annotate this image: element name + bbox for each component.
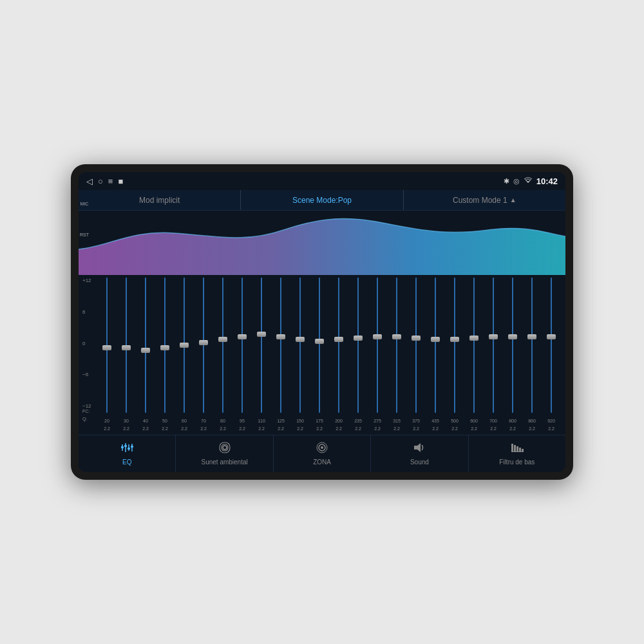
slider-track-315[interactable] (396, 278, 397, 413)
mode-custom[interactable]: Custom Mode 1 ▲ (404, 190, 565, 210)
slider-track-125[interactable] (280, 278, 281, 413)
clock: 10:42 (536, 176, 558, 186)
nav-square-button[interactable]: ■ (118, 176, 123, 186)
slider-thumb-110[interactable] (257, 332, 266, 337)
svg-marker-12 (414, 443, 421, 452)
slider-thumb-375[interactable] (412, 336, 421, 341)
slider-thumb-60[interactable] (180, 343, 189, 348)
q-label-150: 2.2 (291, 426, 309, 431)
q-label-800: 2.2 (504, 426, 522, 431)
slider-track-235[interactable] (357, 278, 359, 413)
slider-track-30[interactable] (126, 278, 127, 413)
slider-track-920[interactable] (551, 278, 552, 413)
slider-track-600[interactable] (473, 278, 475, 413)
svg-rect-14 (514, 445, 516, 451)
slider-thumb-150[interactable] (296, 337, 305, 342)
slider-col-800 (504, 278, 522, 415)
q-label-435: 2.2 (426, 426, 444, 431)
freq-label-175: 175 (310, 419, 328, 423)
q-label-315: 2.2 (388, 426, 406, 431)
q-label-20: 2.2 (98, 426, 116, 431)
q-label-175: 2.2 (310, 426, 328, 431)
slider-thumb-50[interactable] (160, 345, 169, 350)
slider-thumb-200[interactable] (334, 337, 343, 342)
slider-track-700[interactable] (493, 278, 494, 413)
slider-track-275[interactable] (377, 278, 378, 413)
nav-menu-button[interactable]: ≡ (108, 176, 113, 186)
slider-thumb-30[interactable] (122, 345, 131, 350)
slider-track-175[interactable] (319, 278, 320, 413)
freq-label-920: 920 (542, 419, 560, 423)
slider-track-95[interactable] (242, 278, 243, 413)
slider-thumb-95[interactable] (238, 334, 247, 339)
slider-col-500 (446, 278, 464, 415)
mic-label: MIC (80, 196, 89, 211)
nav-circle-button[interactable]: ○ (98, 176, 103, 186)
tab-bass[interactable]: Filtru de bas (469, 435, 565, 472)
q-label-80: 2.2 (214, 426, 232, 431)
slider-thumb-275[interactable] (373, 334, 382, 339)
nav-back-button[interactable]: ◁ (86, 176, 93, 186)
slider-track-110[interactable] (261, 278, 262, 413)
slider-track-50[interactable] (164, 278, 166, 413)
slider-track-435[interactable] (435, 278, 436, 413)
q-label-95: 2.2 (233, 426, 251, 431)
q-label-375: 2.2 (407, 426, 425, 431)
slider-thumb-125[interactable] (276, 334, 285, 339)
tab-sound[interactable]: Sound (371, 435, 468, 472)
slider-track-20[interactable] (106, 278, 108, 413)
slider-thumb-500[interactable] (450, 337, 459, 342)
bass-icon (510, 442, 524, 457)
mode-implicit[interactable]: Mod implicit (79, 190, 241, 210)
slider-track-500[interactable] (454, 278, 455, 413)
svg-rect-17 (522, 449, 524, 451)
slider-col-200 (330, 278, 348, 415)
slider-col-125 (272, 278, 290, 415)
q-label-110: 2.2 (252, 426, 270, 431)
slider-track-60[interactable] (184, 278, 185, 413)
slider-thumb-40[interactable] (141, 348, 150, 353)
freq-label-275: 275 (368, 419, 386, 423)
eq-label: EQ (122, 459, 131, 466)
q-label-200: 2.2 (330, 426, 348, 431)
slider-thumb-20[interactable] (102, 345, 111, 350)
mode-dropdown-arrow: ▲ (510, 196, 516, 204)
freq-label-125: 125 (272, 419, 290, 423)
tab-ambient[interactable]: Sunet ambiental (176, 435, 273, 472)
slider-col-110 (252, 278, 270, 415)
freq-label-500: 500 (446, 419, 464, 423)
q-label-860: 2.2 (523, 426, 541, 431)
slider-thumb-80[interactable] (218, 337, 227, 342)
slider-thumb-920[interactable] (547, 334, 556, 339)
slider-thumb-700[interactable] (489, 334, 498, 339)
bass-label: Filtru de bas (499, 459, 535, 466)
slider-thumb-800[interactable] (508, 334, 517, 339)
slider-thumb-70[interactable] (199, 340, 208, 345)
slider-thumb-235[interactable] (354, 336, 363, 341)
q-label-500: 2.2 (446, 426, 464, 431)
slider-track-860[interactable] (531, 278, 533, 413)
svg-rect-1 (121, 446, 124, 448)
slider-thumb-600[interactable] (469, 336, 478, 341)
slider-track-80[interactable] (222, 278, 223, 413)
svg-rect-5 (128, 448, 130, 450)
freq-label-700: 700 (484, 419, 502, 423)
slider-thumb-435[interactable] (431, 337, 440, 342)
slider-track-150[interactable] (299, 278, 301, 413)
tab-zone[interactable]: ZONA (274, 435, 371, 472)
slider-thumb-175[interactable] (315, 339, 324, 344)
slider-track-375[interactable] (415, 278, 417, 413)
slider-track-40[interactable] (145, 278, 146, 413)
freq-label-95: 95 (233, 419, 251, 423)
slider-thumb-860[interactable] (527, 334, 536, 339)
zone-icon (315, 442, 329, 457)
slider-col-20 (98, 278, 116, 415)
tab-eq[interactable]: EQ (79, 435, 176, 472)
slider-thumb-315[interactable] (392, 334, 401, 339)
q-label-40: 2.2 (137, 426, 155, 431)
ambient-label: Sunet ambiental (201, 459, 247, 466)
slider-track-200[interactable] (338, 278, 339, 413)
slider-track-800[interactable] (512, 278, 513, 413)
slider-track-70[interactable] (203, 278, 204, 413)
mode-scene[interactable]: Scene Mode:Pop (241, 190, 403, 210)
